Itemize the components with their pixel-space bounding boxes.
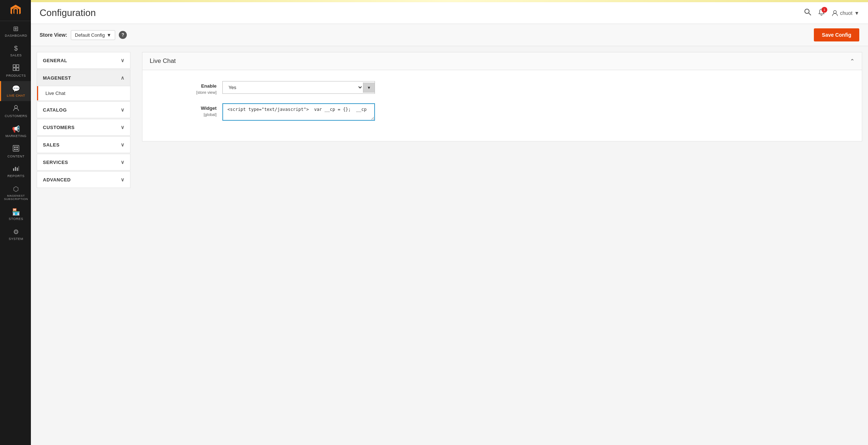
sales-icon: $ — [14, 45, 18, 52]
customers-label: CUSTOMERS — [43, 125, 74, 130]
system-icon: ⚙ — [13, 228, 19, 236]
store-view-label: Store View: — [40, 32, 67, 38]
live-chat-menu-item[interactable]: Live Chat — [37, 86, 130, 100]
sidebar-item-label: MARKETING — [5, 134, 27, 138]
widget-textarea[interactable] — [222, 103, 375, 121]
svg-rect-10 — [13, 168, 14, 171]
store-view-arrow: ▼ — [106, 32, 111, 38]
svg-point-4 — [15, 105, 17, 108]
user-menu-button[interactable]: chuot ▼ — [832, 10, 859, 16]
sidebar-item-system[interactable]: ⚙ SYSTEM — [0, 224, 31, 244]
widget-label: Widget — [157, 105, 217, 111]
general-header[interactable]: GENERAL ∨ — [37, 52, 130, 68]
customers-chevron: ∨ — [121, 124, 125, 130]
sidebar-item-stores[interactable]: 🏪 STORES — [0, 204, 31, 224]
stores-icon: 🏪 — [12, 208, 20, 216]
sidebar-item-content[interactable]: CONTENT — [0, 141, 31, 162]
widget-form-row: Widget [global] — [150, 103, 855, 122]
sidebar-item-magenest-subscription[interactable]: ⬡ MAGENEST SUBSCRIPTION — [0, 181, 31, 204]
config-section-general: GENERAL ∨ — [37, 52, 130, 69]
panel-body: Enable [store view] Yes No ▼ — [142, 70, 862, 141]
services-header[interactable]: SERVICES ∨ — [37, 154, 130, 170]
user-name: chuot — [840, 10, 852, 16]
reports-icon — [13, 165, 19, 173]
dashboard-icon: ⊞ — [13, 25, 19, 33]
enable-form-row: Enable [store view] Yes No ▼ — [150, 81, 855, 95]
config-section-catalog: CATALOG ∨ — [37, 101, 130, 118]
content-area: GENERAL ∨ MAGENEST ∧ Live Chat — [31, 46, 868, 445]
sidebar-item-live-chat[interactable]: 💬 LIVE CHAT — [0, 81, 31, 101]
advanced-header[interactable]: ADVANCED ∨ — [37, 172, 130, 188]
sales-chevron: ∨ — [121, 142, 125, 148]
services-label: SERVICES — [43, 160, 68, 165]
sidebar-item-sales[interactable]: $ SALES — [0, 41, 31, 61]
sidebar-item-label: CONTENT — [8, 155, 25, 158]
magenest-subsection: Live Chat — [37, 86, 130, 100]
enable-label: Enable — [157, 83, 217, 89]
enable-select[interactable]: Yes No — [223, 81, 363, 93]
panel-header: Live Chat ⌃ — [142, 52, 862, 70]
config-section-customers: CUSTOMERS ∨ — [37, 119, 130, 136]
sidebar-item-marketing[interactable]: 📢 MARKETING — [0, 121, 31, 141]
general-label: GENERAL — [43, 58, 67, 63]
svg-rect-7 — [16, 147, 18, 148]
widget-label-group: Widget [global] — [157, 103, 222, 117]
enable-control: Yes No ▼ — [222, 81, 375, 94]
sidebar-item-reports[interactable]: REPORTS — [0, 162, 31, 181]
svg-rect-5 — [13, 145, 19, 151]
header: Configuration 1 chuot — [31, 2, 868, 24]
svg-rect-2 — [13, 68, 16, 71]
svg-point-14 — [805, 9, 809, 13]
svg-rect-8 — [14, 149, 16, 150]
store-view-select[interactable]: Default Config ▼ — [71, 30, 115, 40]
widget-sublabel: [global] — [204, 112, 217, 117]
sidebar-item-products[interactable]: PRODUCTS — [0, 61, 31, 81]
sidebar-logo — [0, 0, 31, 21]
customers-header[interactable]: CUSTOMERS ∨ — [37, 119, 130, 135]
sales-section-header[interactable]: SALES ∨ — [37, 137, 130, 153]
notification-button[interactable]: 1 — [818, 8, 825, 17]
widget-control — [222, 103, 375, 122]
svg-rect-1 — [16, 65, 19, 67]
livechat-icon: 💬 — [12, 85, 20, 93]
magenest-label: MAGENEST — [43, 75, 71, 81]
svg-rect-0 — [13, 65, 16, 67]
enable-select-arrow[interactable]: ▼ — [363, 83, 375, 93]
config-section-services: SERVICES ∨ — [37, 154, 130, 171]
panel-title: Live Chat — [150, 57, 176, 65]
products-icon — [13, 64, 19, 73]
sidebar-item-label: REPORTS — [8, 174, 25, 178]
collapse-button[interactable]: ⌃ — [850, 58, 855, 65]
svg-rect-9 — [16, 149, 18, 150]
sidebar-item-label: MAGENEST SUBSCRIPTION — [3, 194, 29, 201]
notification-badge: 1 — [821, 7, 827, 13]
page-title: Configuration — [40, 7, 96, 19]
live-chat-menu-label: Live Chat — [45, 91, 65, 96]
magenest-header[interactable]: MAGENEST ∧ — [37, 70, 130, 86]
store-view-bar: Store View: Default Config ▼ ? Save Conf… — [31, 24, 868, 46]
catalog-chevron: ∨ — [121, 107, 125, 113]
sidebar-item-customers[interactable]: CUSTOMERS — [0, 101, 31, 121]
sidebar-item-dashboard[interactable]: ⊞ DASHBOARD — [0, 21, 31, 41]
catalog-header[interactable]: CATALOG ∨ — [37, 102, 130, 118]
svg-rect-12 — [17, 168, 18, 171]
save-config-button[interactable]: Save Config — [814, 28, 859, 41]
advanced-chevron: ∨ — [121, 177, 125, 183]
config-section-magenest: MAGENEST ∧ Live Chat — [37, 69, 130, 101]
store-view-left: Store View: Default Config ▼ ? — [40, 30, 127, 40]
help-icon[interactable]: ? — [119, 31, 127, 39]
magenest-icon: ⬡ — [13, 185, 19, 193]
services-chevron: ∨ — [121, 159, 125, 165]
search-button[interactable] — [804, 8, 811, 17]
sidebar-item-label: STORES — [9, 217, 23, 221]
general-chevron: ∨ — [121, 57, 125, 63]
config-content: Live Chat ⌃ Enable [store view] — [136, 46, 868, 445]
advanced-label: ADVANCED — [43, 177, 71, 183]
enable-select-wrapper: Yes No ▼ — [222, 81, 375, 94]
live-chat-panel: Live Chat ⌃ Enable [store view] — [142, 52, 862, 141]
sidebar: ⊞ DASHBOARD $ SALES PRODUCTS 💬 LIVE CHAT… — [0, 0, 31, 445]
content-icon — [13, 145, 19, 153]
header-actions: 1 chuot ▼ — [804, 8, 859, 17]
sidebar-item-label: CUSTOMERS — [5, 114, 27, 118]
main-area: Configuration 1 chuot — [31, 0, 868, 445]
